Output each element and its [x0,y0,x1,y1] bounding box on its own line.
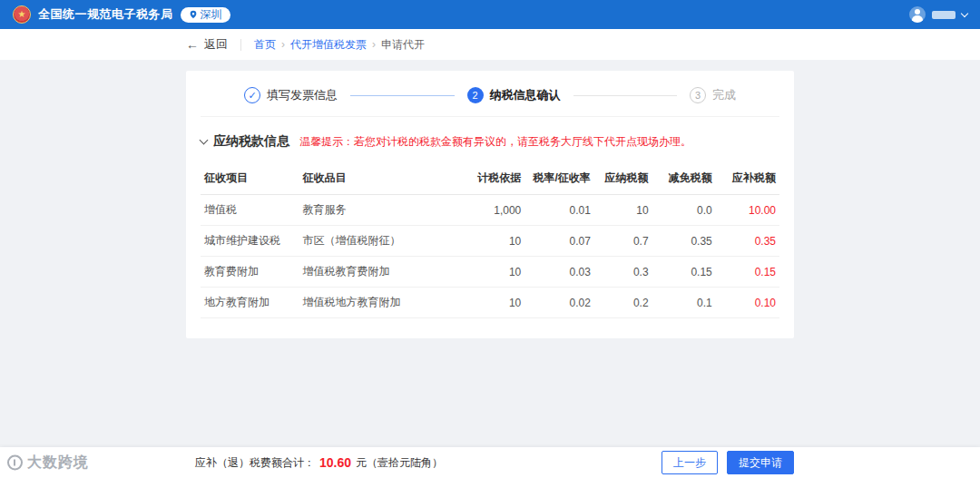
step-label: 完成 [712,87,736,103]
cell: 10 [449,288,524,318]
total-summary: 应补（退）税费额合计： 10.60 元（壹拾元陆角） [195,447,443,478]
breadcrumb-current: 申请代开 [381,37,425,53]
cell-tax-due: 0.10 [716,288,779,318]
table-row: 城市维护建设税 市区（增值税附征） 10 0.07 0.7 0.35 0.35 [201,226,779,257]
footer-bar: 大数跨境 应补（退）税费额合计： 10.60 元（壹拾元陆角） 上一步 提交申请 [0,447,980,478]
step-done: 3 完成 [690,87,736,103]
watermark-logo-icon [7,455,23,471]
table-header-row: 征收项目 征收品目 计税依据 税率/征收率 应纳税额 减免税额 应补税额 [201,162,779,195]
step-fill-invoice-info: ✓ 填写发票信息 [244,87,338,103]
col-header: 计税依据 [449,162,524,195]
previous-step-button[interactable]: 上一步 [662,451,718,474]
step-check-icon: ✓ [244,87,260,103]
step-connector [350,95,455,96]
user-menu[interactable] [909,6,967,23]
total-label: 应补（退）税费额合计： [195,455,315,471]
cell: 0.03 [524,257,594,288]
brand: ★ 全国统一规范电子税务局 深圳 [13,5,230,24]
cell: 增值税 [201,195,299,226]
location-pin-icon [189,10,198,19]
section-title: 应纳税款信息 [213,133,289,150]
city-badge-label: 深圳 [201,7,222,23]
cell: 教育服务 [299,195,449,226]
cell: 0.02 [524,288,594,318]
cell: 0.01 [524,195,594,226]
step-label: 填写发票信息 [267,87,338,103]
user-name-masked [932,11,956,19]
cell: 市区（增值税附征） [299,226,449,257]
footer-actions: 上一步 提交申请 [662,447,794,478]
cell: 10 [449,257,524,288]
breadcrumb-invoice-issue[interactable]: 代开增值税发票 [290,37,367,53]
step-number: 3 [690,87,706,103]
cell-tax-due: 0.35 [716,226,779,257]
col-header: 征收项目 [201,162,299,195]
cell-tax-due: 0.15 [716,257,779,288]
cell: 0.35 [652,226,716,257]
cell: 教育费附加 [201,257,299,288]
cell: 0.2 [594,288,652,318]
table-row: 地方教育附加 增值税地方教育附加 10 0.02 0.2 0.1 0.10 [201,288,779,318]
cell: 城市维护建设税 [201,226,299,257]
cell-tax-due: 10.00 [716,195,779,226]
city-badge[interactable]: 深圳 [181,7,230,23]
cell: 0.07 [524,226,594,257]
step-label: 纳税信息确认 [490,87,561,103]
cell: 10 [594,195,652,226]
step-tax-info-confirm: 2 纳税信息确认 [467,87,561,103]
table-row: 增值税 教育服务 1,000 0.01 10 0.0 10.00 [201,195,779,226]
cell: 0.1 [652,288,716,318]
section-header: 应纳税款信息 温馨提示：若您对计税的税款金额有异议的，请至税务大厅线下代开点现场… [201,133,779,150]
submit-application-button[interactable]: 提交申请 [727,451,794,474]
cell: 0.7 [594,226,652,257]
total-unit: 元（壹拾元陆角） [356,455,443,471]
breadcrumb: 首页 › 代开增值税发票 › 申请代开 [254,37,425,53]
steps-indicator: ✓ 填写发票信息 2 纳税信息确认 3 完成 [201,85,779,117]
breadcrumb-separator: › [281,38,285,51]
app-title: 全国统一规范电子税务局 [38,6,173,23]
cell: 1,000 [449,195,524,226]
collapse-caret-icon[interactable] [200,135,209,144]
watermark: 大数跨境 [7,454,89,473]
national-emblem-icon: ★ [13,5,31,24]
back-label: 返回 [204,36,228,53]
table-row: 教育费附加 增值税教育费附加 10 0.03 0.3 0.15 0.15 [201,257,779,288]
total-amount: 10.60 [319,455,351,470]
app-root: ★ 全国统一规范电子税务局 深圳 ← 返回 首页 › 代开增值税发票 › 申请代… [0,0,980,478]
back-button[interactable]: ← 返回 [186,36,228,53]
cell: 地方教育附加 [201,288,299,318]
divider [240,39,241,51]
cell: 0.0 [652,195,716,226]
back-arrow-icon: ← [186,37,199,52]
section-warning-hint: 温馨提示：若您对计税的税款金额有异议的，请至税务大厅线下代开点现场办理。 [299,134,691,150]
chevron-down-icon [961,9,968,16]
col-header: 减免税额 [652,162,716,195]
top-header: ★ 全国统一规范电子税务局 深圳 [0,0,980,29]
step-number: 2 [467,87,484,103]
sub-bar: ← 返回 首页 › 代开增值税发票 › 申请代开 [0,29,980,60]
cell: 0.3 [594,257,652,288]
cell: 增值税教育费附加 [299,257,449,288]
tax-table: 征收项目 征收品目 计税依据 税率/征收率 应纳税额 减免税额 应补税额 增值税… [201,162,779,318]
breadcrumb-home[interactable]: 首页 [254,37,276,53]
breadcrumb-separator: › [372,38,376,51]
col-header: 税率/征收率 [524,162,594,195]
col-header: 应补税额 [716,162,779,195]
cell: 0.15 [652,257,716,288]
step-connector [573,95,678,96]
main-content: ✓ 填写发票信息 2 纳税信息确认 3 完成 应纳税款信息 温馨提示：若您对计税 [0,60,980,447]
tax-confirm-card: ✓ 填写发票信息 2 纳税信息确认 3 完成 应纳税款信息 温馨提示：若您对计税 [186,71,794,338]
col-header: 征收品目 [299,162,449,195]
cell: 增值税地方教育附加 [299,288,449,318]
col-header: 应纳税额 [594,162,652,195]
avatar [909,6,926,23]
cell: 10 [449,226,524,257]
watermark-text: 大数跨境 [27,454,89,473]
